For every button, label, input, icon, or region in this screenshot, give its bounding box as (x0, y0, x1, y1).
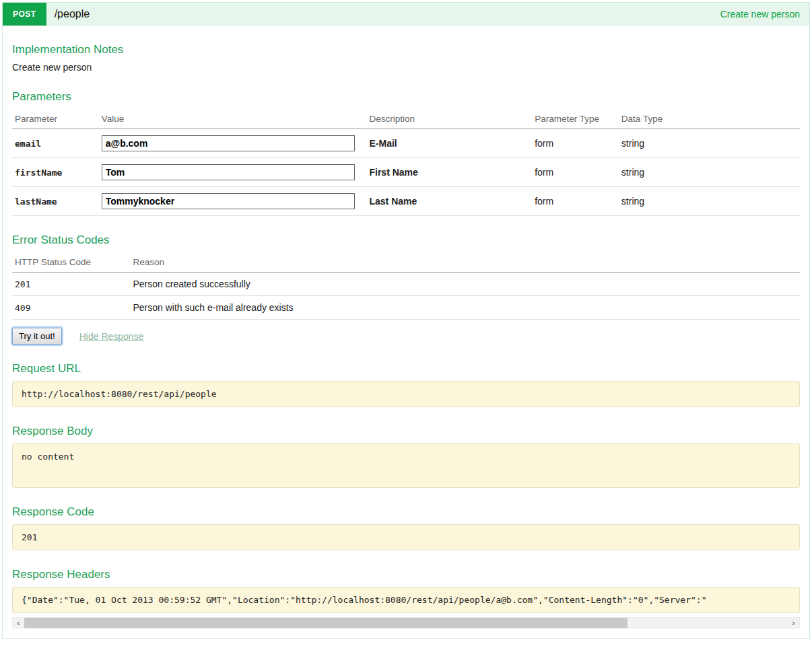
param-type: form (532, 158, 619, 187)
param-data-type: string (619, 129, 800, 158)
endpoint-path-link[interactable]: /people (55, 3, 90, 26)
param-description: First Name (366, 158, 532, 187)
scroll-right-arrow[interactable]: › (788, 618, 799, 628)
try-it-out-button[interactable]: Try it out! (12, 328, 62, 345)
col-http-status-code: HTTP Status Code (12, 252, 131, 273)
scrollbar-track[interactable] (24, 618, 788, 628)
param-data-type: string (619, 158, 800, 187)
param-name-email: email (12, 129, 99, 158)
param-name-lastname: lastName (12, 187, 99, 216)
response-headers-value: {"Date":"Tue, 01 Oct 2013 00:59:52 GMT",… (12, 587, 800, 613)
error-status-codes-table: HTTP Status Code Reason 201 Person creat… (12, 252, 800, 320)
response-code-heading: Response Code (12, 505, 800, 519)
implementation-notes-text: Create new person (12, 62, 800, 73)
table-row: 201 Person created successfully (12, 273, 800, 296)
http-method-badge: POST (3, 3, 46, 26)
status-reason: Person created successfully (131, 273, 801, 296)
col-value: Value (99, 109, 367, 129)
error-status-codes-heading: Error Status Codes (12, 234, 800, 247)
error-codes-header-row: HTTP Status Code Reason (12, 252, 800, 273)
col-reason: Reason (131, 252, 801, 273)
hide-response-link[interactable]: Hide Response (79, 331, 144, 342)
param-description: Last Name (366, 187, 532, 216)
param-value-input-firstname[interactable] (102, 164, 355, 180)
status-code-409: 409 (12, 296, 131, 320)
api-operation-panel: POST /people Create new person Implement… (2, 2, 810, 639)
param-name-firstname: firstName (12, 158, 99, 187)
col-parameter: Parameter (12, 109, 99, 129)
scrollbar-thumb[interactable] (24, 618, 628, 628)
param-type: form (532, 187, 619, 216)
table-row: firstName First Name form string (12, 158, 800, 187)
request-url-value: http://localhost:8080/rest/api/people (12, 381, 800, 407)
response-body-value: no content (12, 443, 800, 488)
table-row: lastName Last Name form string (12, 187, 800, 216)
operation-header: POST /people Create new person (3, 3, 809, 26)
col-parameter-type: Parameter Type (532, 109, 619, 129)
status-reason: Person with such e-mail already exists (131, 296, 801, 320)
col-data-type: Data Type (619, 109, 800, 129)
table-row: 409 Person with such e-mail already exis… (12, 296, 800, 320)
response-body-heading: Response Body (12, 425, 800, 438)
parameters-table: Parameter Value Description Parameter Ty… (12, 109, 800, 216)
param-type: form (532, 129, 619, 158)
param-description: E-Mail (366, 129, 532, 158)
param-data-type: string (619, 187, 800, 216)
operation-content: Implementation Notes Create new person P… (3, 43, 809, 629)
implementation-notes-heading: Implementation Notes (12, 43, 800, 57)
response-code-value: 201 (12, 524, 800, 550)
table-row: email E-Mail form string (12, 129, 800, 158)
response-headers-heading: Response Headers (12, 568, 800, 581)
param-value-input-email[interactable] (102, 135, 355, 151)
parameters-heading: Parameters (12, 90, 800, 104)
scroll-left-arrow[interactable]: ‹ (13, 618, 24, 628)
horizontal-scrollbar[interactable]: ‹ › (12, 617, 800, 629)
param-value-input-lastname[interactable] (102, 193, 355, 209)
col-description: Description (366, 109, 532, 129)
try-it-out-row: Try it out! Hide Response (12, 328, 800, 345)
status-code-201: 201 (12, 273, 131, 296)
request-url-heading: Request URL (12, 362, 800, 375)
operation-summary-link[interactable]: Create new person (720, 3, 800, 26)
parameters-header-row: Parameter Value Description Parameter Ty… (12, 109, 800, 129)
